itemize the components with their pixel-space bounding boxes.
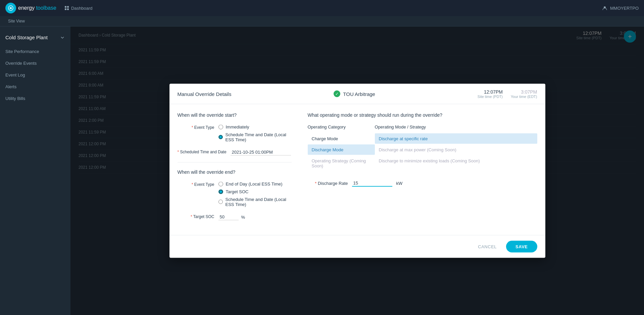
- navbar: energy toolbase Dashboard MMOYERTPO: [0, 0, 644, 16]
- category-mode-layout: Operating Category Charge Mode Discharge…: [308, 124, 537, 172]
- right-panel: What operating mode or strategy should r…: [308, 112, 537, 227]
- end-of-day-option[interactable]: End of Day (Local ESS Time): [218, 181, 292, 187]
- modal-dialog: Manual Override Details ✓ TOU Arbitrage …: [169, 84, 545, 258]
- save-button[interactable]: SAVE: [506, 241, 537, 253]
- start-event-type-row: * Event Type Immediately Sche: [178, 124, 292, 142]
- svg-rect-3: [65, 8, 66, 10]
- required-mark: *: [192, 125, 193, 130]
- discharge-rate-label: * Discharge Rate: [308, 181, 348, 186]
- start-event-type-label: * Event Type: [178, 124, 214, 130]
- app-body: Site View Cold Storage Plant Site Perfor…: [0, 16, 644, 315]
- modal-site-time: 12:07PM Site time (PDT): [478, 89, 503, 99]
- category-operating-strategy: Operating Strategy (Coming Soon): [308, 156, 375, 171]
- mode-discharge-specific[interactable]: Discharge at specific rate: [375, 134, 537, 144]
- navbar-left: energy toolbase Dashboard: [5, 3, 92, 13]
- discharge-rate-row: * Discharge Rate kW: [308, 180, 537, 187]
- category-column: Operating Category Charge Mode Discharge…: [308, 124, 375, 172]
- logo: energy toolbase: [5, 3, 56, 13]
- modal-your-time: 3:07PM Your time (EDT): [511, 89, 537, 99]
- main-layout: Cold Storage Plant Site Performance Over…: [0, 27, 644, 315]
- cancel-button[interactable]: CANCEL: [473, 242, 502, 252]
- sidebar-site-name[interactable]: Cold Storage Plant: [0, 32, 70, 46]
- end-event-type-options: End of Day (Local ESS Time) Target SOC S…: [218, 181, 292, 207]
- sidebar: Cold Storage Plant Site Performance Over…: [0, 27, 70, 315]
- mode-discharge-max: Discharge at max power (Coming Soon): [375, 145, 537, 155]
- mode-discharge-minimize: Discharge to minimize existing loads (Co…: [375, 156, 537, 166]
- scheduled-time-input[interactable]: 2021-10-25 01:00PM: [231, 149, 291, 156]
- when-start-title: When will the override start?: [178, 112, 292, 118]
- sidebar-item-event-log[interactable]: Event Log: [0, 69, 70, 81]
- start-event-type-options: Immediately Schedule Time and Date (Loca…: [218, 124, 292, 142]
- modal-header: Manual Override Details ✓ TOU Arbitrage …: [169, 84, 545, 104]
- sidebar-item-site-performance[interactable]: Site Performance: [0, 46, 70, 57]
- required-mark2: *: [178, 150, 179, 154]
- scheduled-time-row: * Scheduled Time and Date 2021-10-25 01:…: [178, 149, 292, 156]
- site-header-left: Site View: [8, 19, 25, 23]
- discharge-rate-input[interactable]: [352, 180, 392, 187]
- mode-column: Operating Mode / Strategy Discharge at s…: [375, 124, 537, 172]
- op-mode-title: What operating mode or strategy should r…: [308, 112, 537, 118]
- strategy-check-icon: ✓: [334, 91, 340, 97]
- modal-title: Manual Override Details: [178, 91, 232, 97]
- nav-dashboard-item[interactable]: Dashboard: [64, 6, 93, 11]
- schedule-end-option[interactable]: Schedule Time and Date (Local ESS Time): [218, 197, 292, 207]
- target-soc-input-group: %: [218, 214, 245, 220]
- section-divider: [178, 162, 292, 163]
- svg-rect-2: [67, 6, 69, 8]
- immediately-radio[interactable]: [218, 124, 223, 129]
- navbar-right: MMOYERTPO: [602, 5, 639, 11]
- schedule-start-option[interactable]: Schedule Time and Date (Local ESS Time): [218, 132, 292, 142]
- end-event-type-row: * Event Type End of Day (Local ESS Time): [178, 181, 292, 207]
- required-mark5: *: [315, 181, 316, 186]
- logo-label: energy toolbase: [18, 5, 56, 11]
- logo-icon: [5, 3, 16, 13]
- target-soc-row-form: * Target SOC %: [178, 214, 292, 220]
- schedule-start-radio[interactable]: [218, 135, 223, 140]
- target-soc-option[interactable]: Target SOC: [218, 189, 292, 194]
- target-soc-label: * Target SOC: [178, 214, 214, 219]
- sidebar-item-utility-bills[interactable]: Utility Bills: [0, 93, 70, 104]
- sidebar-item-override-events[interactable]: Override Events: [0, 57, 70, 69]
- discharge-rate-unit: kW: [396, 181, 403, 186]
- content-area: Dashboard › Cold Storage Plant 12:07PM S…: [70, 27, 644, 315]
- chevron-down-icon: [60, 35, 65, 40]
- end-of-day-radio[interactable]: [218, 181, 223, 186]
- site-header: Site View: [0, 16, 644, 27]
- when-end-title: When will the override end?: [178, 169, 292, 175]
- left-panel: When will the override start? * Event Ty…: [178, 112, 292, 227]
- target-soc-radio[interactable]: [218, 189, 223, 194]
- immediately-option[interactable]: Immediately: [218, 124, 292, 129]
- target-soc-input[interactable]: [218, 214, 239, 220]
- modal-footer: CANCEL SAVE: [169, 235, 545, 258]
- category-charge-mode[interactable]: Charge Mode: [308, 134, 375, 144]
- sidebar-item-alerts[interactable]: Alerts: [0, 81, 70, 93]
- modal-times: 12:07PM Site time (PDT) 3:07PM Your time…: [478, 89, 537, 99]
- svg-rect-1: [65, 6, 66, 8]
- scheduled-time-label: * Scheduled Time and Date: [178, 149, 227, 154]
- svg-rect-4: [67, 8, 69, 10]
- end-event-type-label: * Event Type: [178, 181, 214, 187]
- required-mark4: *: [191, 214, 192, 219]
- operating-category-header: Operating Category: [308, 124, 375, 129]
- required-mark3: *: [192, 182, 193, 187]
- operating-mode-header: Operating Mode / Strategy: [375, 124, 537, 129]
- soc-unit-label: %: [241, 214, 245, 219]
- modal-body: When will the override start? * Event Ty…: [169, 104, 545, 235]
- category-discharge-mode[interactable]: Discharge Mode: [308, 145, 375, 155]
- schedule-end-radio[interactable]: [218, 200, 223, 204]
- modal-strategy: ✓ TOU Arbitrage: [334, 91, 375, 97]
